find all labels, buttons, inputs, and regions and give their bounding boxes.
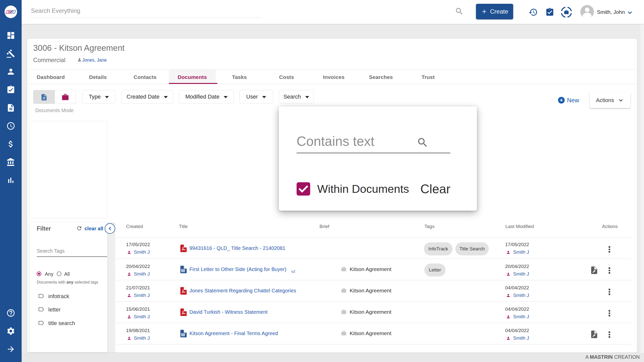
svg-text:W: W [181, 268, 185, 273]
svg-text:W: W [181, 332, 185, 337]
